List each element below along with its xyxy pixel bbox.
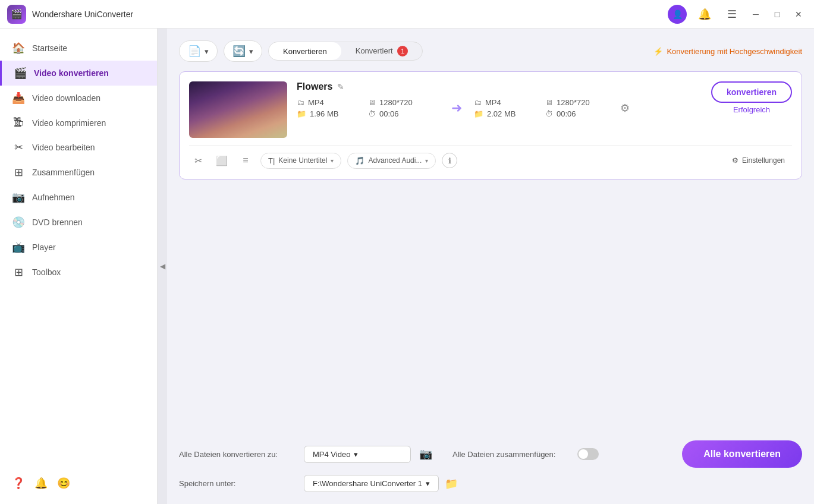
audio-dropdown[interactable]: 🎵 Advanced Audi... ▾ xyxy=(347,153,436,169)
subtitle-value: Keine Untertitel xyxy=(278,156,327,165)
sidebar-item-player[interactable]: 📺 Player xyxy=(0,235,157,260)
merge-toggle[interactable] xyxy=(577,448,599,460)
collapse-handle[interactable]: ◀ xyxy=(158,29,167,504)
sidebar-item-startseite[interactable]: 🏠 Startseite xyxy=(0,36,157,61)
add-convert-icon: 🔄 xyxy=(232,45,246,58)
sidebar-item-video-bearbeiten[interactable]: ✂ Video bearbeiten xyxy=(0,135,157,160)
tab-konvertieren[interactable]: Konvertieren xyxy=(269,42,341,60)
dvd-icon: 💿 xyxy=(12,216,25,229)
target-resolution: 1280*720 xyxy=(557,98,590,107)
toolbox-icon: ⊞ xyxy=(12,266,25,279)
sidebar-label-dvd-brennen: DVD brennen xyxy=(32,218,83,227)
tab-konvertiert-label: Konvertiert xyxy=(356,46,393,55)
add-file-icon: 📄 xyxy=(188,45,201,58)
duration-icon: ⏱ xyxy=(368,109,376,118)
edit-icon: ✂ xyxy=(12,141,25,154)
merge-icon: ⊞ xyxy=(12,166,25,179)
sidebar-bottom: ❓ 🔔 😊 xyxy=(0,470,157,497)
target-size-icon: 📁 xyxy=(474,109,483,118)
notification-icon[interactable]: 🔔 xyxy=(34,477,48,490)
audio-icon: 🎵 xyxy=(355,156,364,165)
content-area: 📄 ▾ 🔄 ▾ Konvertieren Konvertiert 1 ⚡ Kon… xyxy=(167,29,814,504)
target-meta2: 🖥 1280*720 ⏱ 00:06 xyxy=(545,98,617,118)
tab-konvertiert[interactable]: Konvertiert 1 xyxy=(341,42,423,60)
titlebar: 🎬 Wondershare UniConverter 👤 🔔 ☰ ─ □ ✕ xyxy=(0,0,814,29)
audio-chevron: ▾ xyxy=(425,158,428,164)
help-icon[interactable]: ❓ xyxy=(12,477,25,490)
subtitle-icon: T| xyxy=(268,156,275,165)
effects-icon[interactable]: ≡ xyxy=(237,152,254,169)
target-format: MP4 xyxy=(485,98,501,107)
source-duration: 00:06 xyxy=(379,109,399,118)
window-controls: ─ □ ✕ xyxy=(747,6,807,23)
bell-icon[interactable]: 🔔 xyxy=(695,5,714,24)
file-edit-icon[interactable]: ✎ xyxy=(337,82,344,92)
file-card-bottom: ✂ ⬜ ≡ T| Keine Untertitel ▾ 🎵 Advanced A… xyxy=(189,145,792,169)
file-card: Flowers ✎ 🗂 MP4 📁 1.96 MB xyxy=(179,71,802,179)
file-meta: 🗂 MP4 📁 1.96 MB 🖥 1280*720 xyxy=(297,98,692,118)
sidebar-item-video-komprimieren[interactable]: 🗜 Video komprimieren xyxy=(0,111,157,135)
record-icon: 📷 xyxy=(12,191,25,204)
settings-button[interactable]: ⚙ Einstellungen xyxy=(725,153,792,168)
file-thumbnail xyxy=(189,81,287,138)
source-size-item: 📁 1.96 MB xyxy=(297,109,368,118)
save-path-chevron: ▾ xyxy=(426,479,430,488)
settings-gear-icon: ⚙ xyxy=(732,156,738,165)
feedback-icon[interactable]: 😊 xyxy=(57,477,70,490)
output-quality-icon[interactable]: 📷 xyxy=(417,445,435,463)
home-icon: 🏠 xyxy=(12,42,25,55)
sidebar-item-dvd-brennen[interactable]: 💿 DVD brennen xyxy=(0,210,157,235)
sidebar: 🏠 Startseite 🎬 Video konvertieren 📥 Vide… xyxy=(0,29,158,504)
menu-icon[interactable]: ☰ xyxy=(722,5,741,24)
sidebar-label-player: Player xyxy=(32,242,56,252)
browse-folder-icon[interactable]: 📁 xyxy=(445,477,458,490)
arrow-col: ➜ xyxy=(439,100,474,116)
source-meta: 🗂 MP4 📁 1.96 MB xyxy=(297,98,368,118)
save-label: Speichern unter: xyxy=(179,479,298,488)
sidebar-label-video-komprimieren: Video komprimieren xyxy=(32,118,106,128)
target-size-item: 📁 2.02 MB xyxy=(474,109,545,118)
convert-button[interactable]: konvertieren xyxy=(711,81,792,103)
maximize-button[interactable]: □ xyxy=(769,6,785,23)
sidebar-item-aufnehmen[interactable]: 📷 Aufnehmen xyxy=(0,185,157,210)
convert-to-select[interactable]: MP4 Video ▾ xyxy=(304,446,411,463)
add-file-chevron: ▾ xyxy=(205,47,209,56)
file-card-top: Flowers ✎ 🗂 MP4 📁 1.96 MB xyxy=(189,81,792,138)
sidebar-item-toolbox[interactable]: ⊞ Toolbox xyxy=(0,260,157,285)
settings-label: Einstellungen xyxy=(742,156,785,165)
source-resolution: 1280*720 xyxy=(379,98,413,107)
cut-icon[interactable]: ✂ xyxy=(189,152,207,169)
file-title-row: Flowers ✎ xyxy=(297,81,692,92)
save-path-value: F:\Wondershare UniConverter 1 xyxy=(313,479,422,488)
tab-konvertiert-badge: 1 xyxy=(397,46,408,56)
download-icon: 📥 xyxy=(12,92,25,105)
add-file-button[interactable]: 📄 ▾ xyxy=(179,40,218,62)
convert-to-chevron: ▾ xyxy=(354,450,358,459)
app-title: Wondershare UniConverter xyxy=(32,10,668,19)
convert-success-label: Erfolgreich xyxy=(733,105,770,114)
size-icon: 📁 xyxy=(297,109,306,118)
subtitle-chevron: ▾ xyxy=(331,158,334,164)
convert-to-value: MP4 Video xyxy=(313,450,350,459)
all-convert-button[interactable]: Alle konvertieren xyxy=(682,440,802,468)
info-icon[interactable]: ℹ xyxy=(442,153,457,168)
crop-icon[interactable]: ⬜ xyxy=(213,152,231,169)
add-convert-button[interactable]: 🔄 ▾ xyxy=(224,40,262,62)
user-icon[interactable]: 👤 xyxy=(668,5,687,24)
close-button[interactable]: ✕ xyxy=(790,6,807,23)
output-settings-icon[interactable]: ⚙ xyxy=(617,98,633,118)
save-path-select[interactable]: F:\Wondershare UniConverter 1 ▾ xyxy=(304,475,439,492)
source-resolution-item: 🖥 1280*720 xyxy=(368,98,439,107)
bottom-bar: Alle Dateien konvertieren zu: MP4 Video … xyxy=(179,432,802,492)
highspeed-button[interactable]: ⚡ Konvertierung mit Hochgeschwindigkeit xyxy=(653,47,802,56)
source-duration-item: ⏱ 00:06 xyxy=(368,109,439,118)
minimize-button[interactable]: ─ xyxy=(747,6,764,23)
target-file-icon: 🗂 xyxy=(474,98,482,107)
sidebar-item-video-konvertieren[interactable]: 🎬 Video konvertieren xyxy=(0,61,157,86)
target-duration-item: ⏱ 00:06 xyxy=(545,109,617,118)
subtitle-dropdown[interactable]: T| Keine Untertitel ▾ xyxy=(260,153,341,169)
toolbar: 📄 ▾ 🔄 ▾ Konvertieren Konvertiert 1 ⚡ Kon… xyxy=(179,40,802,62)
sidebar-item-zusammenfuegen[interactable]: ⊞ Zusammenfügen xyxy=(0,160,157,185)
sidebar-item-video-downloaden[interactable]: 📥 Video downloaden xyxy=(0,86,157,111)
target-dur-icon: ⏱ xyxy=(545,109,553,118)
